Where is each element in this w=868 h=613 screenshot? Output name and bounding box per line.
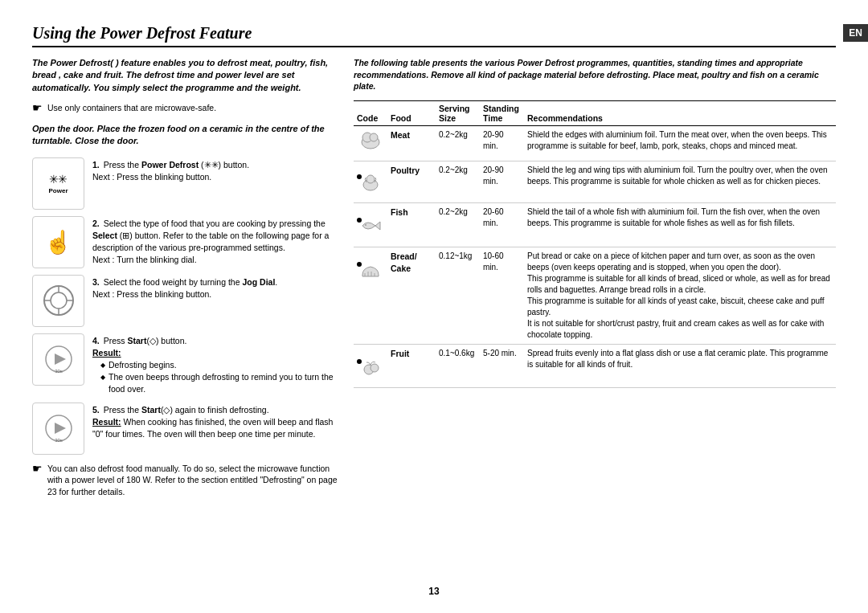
svg-marker-7 [55,353,66,365]
select-bold: Select [92,231,117,240]
power-defrost-bold: Power Defrost [141,160,199,170]
fruit-food-cell: Fruit [387,344,436,387]
start-bold-5: Start [141,405,161,415]
meat-serving-cell: 0.2~2kg [436,126,480,161]
fruit-label: Fruit [391,349,409,358]
fish-icon [359,215,382,237]
bread-serving-cell: 0.12~1kg [436,247,480,344]
table-row: Meat 0.2~2kg 20-90 min. Shield the edges… [354,126,836,161]
step-4-row: 30s 4. Press Start(◇) button. Result: De… [32,333,338,396]
table-row: Bread/ Cake 0.12~1kg 10-60 min. Put brea… [354,247,836,344]
step-1-num: 1. [92,160,100,170]
step-2-num: 2. [92,219,100,228]
note-line: ☛ Use only containers that are microwave… [32,102,338,116]
table-row: Poultry 0.2~2kg 20-90 min. Shield the le… [354,161,836,203]
step-2-row: ☝ 2. Select the type of food that you ar… [32,216,338,268]
fish-rec-cell: Shield the tail of a whole fish with alu… [524,203,836,247]
bullet-beeps: The oven beeps through defrosting to rem… [100,371,338,395]
svg-text:30s: 30s [55,369,63,374]
poultry-serving-cell: 0.2~2kg [436,161,480,203]
step-5-icon: 30s [32,403,84,455]
poultry-icon [359,171,382,194]
left-column: The Power Defrost( ) feature enables you… [32,57,338,579]
start-button-2-icon: 30s [43,413,74,443]
open-door-text: Open the door. Place the frozen food on … [32,123,338,148]
bread-rec-cell: Put bread or cake on a piece of kitchen … [524,247,836,344]
step-5-num: 5. [92,405,100,415]
start-bold-4: Start [127,336,146,345]
step-1-text: 1. Press the Power Defrost (✳✳) button. … [92,157,338,183]
col-standing-header: StandingTime [480,101,524,126]
table-row: Fish 0.2~2kg 20-60 min. Shield the tail … [354,203,836,247]
table-header: Code Food ServingSize StandingTime Recom… [354,101,836,126]
note-text: Use only containers that are microwave-s… [47,102,216,114]
svg-marker-10 [55,423,66,434]
step-5-text: 5. Press the Start(◇) again to finish de… [92,403,338,441]
steps-area: ✳✳ Power 1. Press the Power Defrost (✳✳)… [32,157,338,455]
intro-text: The Power Defrost( ) feature enables you… [32,57,338,94]
col-serving-header: ServingSize [436,101,480,126]
poultry-icon-cell [354,161,387,203]
step-3-num: 3. [92,277,100,287]
meat-standing-cell: 20-90 min. [480,126,524,161]
step-2-icon: ☝ [32,216,84,268]
table-body: Meat 0.2~2kg 20-90 min. Shield the edges… [354,126,836,388]
svg-point-1 [51,292,67,309]
fish-label: Fish [391,207,408,217]
right-column: The following table presents the various… [354,57,836,579]
en-badge: EN [843,24,868,42]
svg-point-16 [366,175,375,183]
col-code-header: Code [354,101,387,126]
fruit-rec-cell: Spread fruits evenly into a flat glass d… [524,344,836,387]
page-title: Using the Power Defrost Feature [32,24,252,42]
fruit-icon-cell [354,344,387,387]
bottom-note: ☛ You can also defrost food manually. To… [32,463,338,498]
result-label-4: Result: [92,348,121,358]
bullet-defrosting: Defrosting begins. [100,359,338,371]
meat-icon [359,129,382,152]
meat-icon-cell [354,126,387,161]
step-4-num: 4. [92,336,100,345]
fruit-serving-cell: 0.1~0.6kg [436,344,480,387]
fish-standing-cell: 20-60 min. [480,203,524,247]
step-4-text: 4. Press Start(◇) button. Result: Defros… [92,333,338,396]
fish-serving-cell: 0.2~2kg [436,203,480,247]
start-button-icon: 30s [43,344,74,374]
step-1-row: ✳✳ Power 1. Press the Power Defrost (✳✳)… [32,157,338,210]
step-3-row: 3. Select the food weight by turning the… [32,275,338,327]
svg-point-23 [371,364,379,372]
note-icon: ☛ [32,100,43,116]
svg-text:30s: 30s [55,438,63,443]
bread-label: Bread/ Cake [391,251,417,273]
poultry-label: Poultry [391,166,420,175]
step-3-text: 3. Select the food weight by turning the… [92,275,338,300]
power-label: Power [48,187,68,194]
title-section: Using the Power Defrost Feature [32,24,836,47]
hand-select-icon: ☝ [44,229,72,255]
food-table: Code Food ServingSize StandingTime Recom… [354,100,836,388]
svg-point-17 [365,224,366,226]
step-5-row: 30s 5. Press the Start(◇) again to finis… [32,403,338,455]
jog-dial-icon [39,281,78,320]
col-rec-header: Recommendations [524,101,836,126]
page-number: 13 [32,586,836,597]
step-4-icon: 30s [32,333,84,386]
step-2-text: 2. Select the type of food that you are … [92,216,338,267]
bread-standing-cell: 10-60 min. [480,247,524,344]
bottom-note-text: You can also defrost food manually. To d… [47,463,338,498]
fruit-standing-cell: 5-20 min. [480,344,524,387]
right-intro: The following table presents the various… [354,57,836,92]
bread-icon [359,259,382,281]
meat-rec-cell: Shield the edges with aluminium foil. Tu… [524,126,836,161]
page: EN Using the Power Defrost Feature The P… [0,0,868,613]
result-label-5: Result: [92,417,121,427]
fish-icon-cell [354,203,387,247]
table-row: Fruit 0.1~0.6kg 5-20 min. Spread fruits … [354,344,836,387]
fruit-icon [359,356,382,378]
poultry-rec-cell: Shield the leg and wing tips with alumin… [524,161,836,203]
content-area: The Power Defrost( ) feature enables you… [32,57,836,579]
bread-icon-cell [354,247,387,344]
fish-food-cell: Fish [387,203,436,247]
bottom-note-icon: ☛ [32,461,43,477]
meat-label: Meat [391,130,410,140]
